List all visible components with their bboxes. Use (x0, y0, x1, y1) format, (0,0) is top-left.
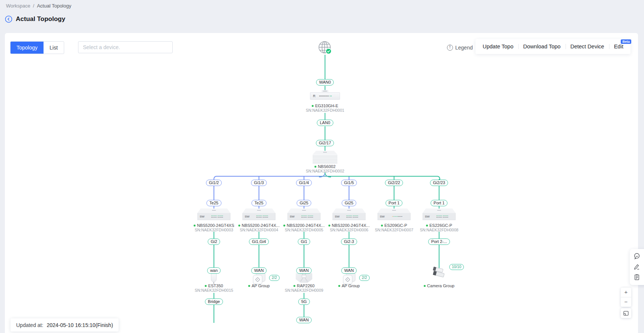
device-name: RAP2260 (293, 284, 314, 288)
count-badge: 2/2 (359, 275, 370, 281)
port-pill: WAN (296, 317, 311, 323)
status-dot (312, 105, 314, 107)
info-circle-icon (447, 45, 453, 51)
status-dot (283, 225, 285, 226)
status-dot (328, 225, 330, 226)
port-pill: Gi2/17 (316, 140, 334, 146)
link-line (214, 232, 214, 272)
port-pill: WAN0 (316, 79, 334, 86)
fit-view-button[interactable] (621, 308, 631, 318)
legend-toggle[interactable]: Legend (447, 45, 473, 51)
chat-feedback-button[interactable] (633, 253, 640, 260)
tab-list[interactable]: List (44, 42, 64, 54)
status-dot (338, 285, 340, 287)
port-pill: Gi1/4 (296, 180, 312, 186)
status-dot (293, 285, 295, 287)
switch-node[interactable]: SW••••• •••••••••• ••••• (197, 208, 230, 220)
zoom-controls: + − (621, 288, 631, 307)
globe-icon (318, 40, 332, 56)
port-pill: 5G (298, 298, 310, 305)
device-sn: SN:NAEK32FDH0008 (420, 228, 459, 232)
port-pill: Gi1/2 (206, 180, 222, 186)
device-name: NBS3200-24GT4X... (283, 223, 325, 228)
device-name: AP Group (248, 284, 269, 288)
ap-group-node[interactable] (342, 272, 356, 284)
device-sn: SN:NAEK32FDH0007 (375, 228, 414, 232)
switch-node[interactable]: SW••••• •••••••••• ••••• (242, 208, 275, 220)
zoom-in-button[interactable]: + (621, 288, 631, 297)
port-pill: Gi2/22 (385, 180, 403, 186)
port-pill: Gi25 (342, 200, 356, 206)
link-line (325, 146, 325, 151)
port-pill: WAN (296, 267, 311, 274)
device-name: AP Group (338, 284, 360, 288)
device-sn: SN:NAEK32FDH0005 (285, 228, 324, 232)
camera-icon (431, 267, 447, 279)
port-pill: Port 1 (430, 200, 447, 206)
update-topo-button[interactable]: Update Topo (478, 39, 518, 54)
updated-at-value: 2024-05-10 16:15:10(Finish) (47, 322, 113, 328)
status-dot (238, 225, 240, 226)
camera-group-node[interactable] (431, 267, 447, 279)
switch-node[interactable]: SW••••• •••••••••• ••••• (287, 208, 320, 220)
detect-device-button[interactable]: Detect Device (566, 39, 609, 54)
ap-group-node[interactable] (252, 272, 266, 284)
device-sn: SN:NAEK32FDH0001 (306, 108, 345, 112)
switch-node[interactable]: SW••••• •••••••••• ••••• (423, 208, 456, 220)
port-pill: Te25 (206, 200, 221, 206)
port-pill: Gi2 (208, 238, 220, 245)
status-dot (205, 285, 207, 287)
port-pill: WAN (341, 267, 357, 274)
link-line (304, 232, 304, 272)
gateway-node[interactable]: R •••••••• •• (310, 90, 340, 100)
download-topo-button[interactable]: Download Topo (518, 39, 566, 54)
device-name: Camera Group (424, 284, 454, 288)
switch-node[interactable]: SW••••••••• (378, 208, 411, 220)
port-pill: Gi1 (298, 238, 310, 245)
survey-clipboard-button[interactable] (633, 274, 640, 280)
device-name: EST350 (205, 284, 223, 288)
pen-icon (633, 263, 640, 270)
count-badge: 10/10 (449, 264, 464, 270)
status-dot (426, 225, 428, 226)
update-status-bar: Updated at: 2024-05-10 16:15:10(Finish) (11, 318, 119, 332)
tab-topology[interactable]: Topology (11, 42, 44, 54)
edit-button[interactable]: Edit Beta (609, 39, 628, 54)
chat-bubble-icon (633, 253, 640, 260)
port-pill: Bridge (205, 298, 223, 305)
zoom-out-button[interactable]: − (621, 297, 631, 307)
port-pill: Te25 (251, 200, 266, 206)
switch-node[interactable]: SW••••• •••••••••• ••••• (333, 208, 366, 220)
device-sn: SN:NAEK32FDH0002 (306, 169, 345, 173)
device-name: NBS5200-24GT4XS (194, 223, 234, 228)
device-sn: SN:NAEK32FDH0006 (330, 228, 369, 232)
port-pill: Port 2-... (428, 238, 450, 245)
feedback-panel (630, 249, 644, 285)
device-name: EG310GH-E (312, 104, 339, 108)
port-pill: Gi1/5 (341, 180, 357, 186)
port-pill: Port 1 (385, 200, 402, 206)
beta-badge: Beta (621, 39, 631, 44)
link-line (214, 293, 214, 323)
port-pill: LAN0 (317, 120, 333, 126)
device-name: ES209GC-P (381, 223, 407, 228)
topology-actions: Update Topo Download Topo Detect Device … (475, 39, 630, 54)
sign-pen-button[interactable] (633, 263, 640, 270)
core-switch-node[interactable] (313, 151, 337, 164)
internet-node[interactable] (318, 40, 332, 56)
fit-view-icon (623, 310, 629, 316)
view-toggle: Topology List (10, 41, 64, 54)
device-sn: SN:NAEK32FDH0015 (195, 288, 233, 292)
device-name: ES226GC-P (426, 223, 452, 228)
port-pill: Gi25 (296, 200, 311, 206)
online-check-icon (326, 48, 331, 54)
link-line (325, 55, 325, 80)
device-sn: SN:NAEK32FDH0009 (285, 288, 324, 292)
link-line (439, 232, 439, 268)
device-search-input[interactable] (78, 41, 173, 53)
port-pill: Gi1,Gi4 (249, 238, 269, 245)
port-pill: Gi2/23 (430, 180, 448, 186)
status-dot (314, 166, 316, 168)
device-sn: SN:NAEK32FDH0004 (240, 228, 278, 232)
status-dot (194, 225, 196, 226)
